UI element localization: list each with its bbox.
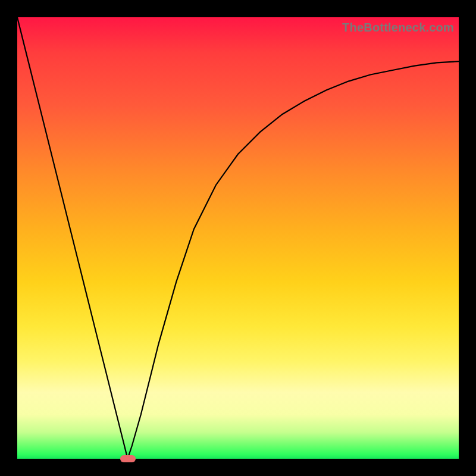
chart-frame: TheBottleneck.com bbox=[0, 0, 476, 476]
bottleneck-curve bbox=[17, 17, 459, 459]
curve-path bbox=[17, 17, 459, 459]
chart-plot-area: TheBottleneck.com bbox=[17, 17, 459, 459]
minimum-marker bbox=[120, 455, 136, 462]
